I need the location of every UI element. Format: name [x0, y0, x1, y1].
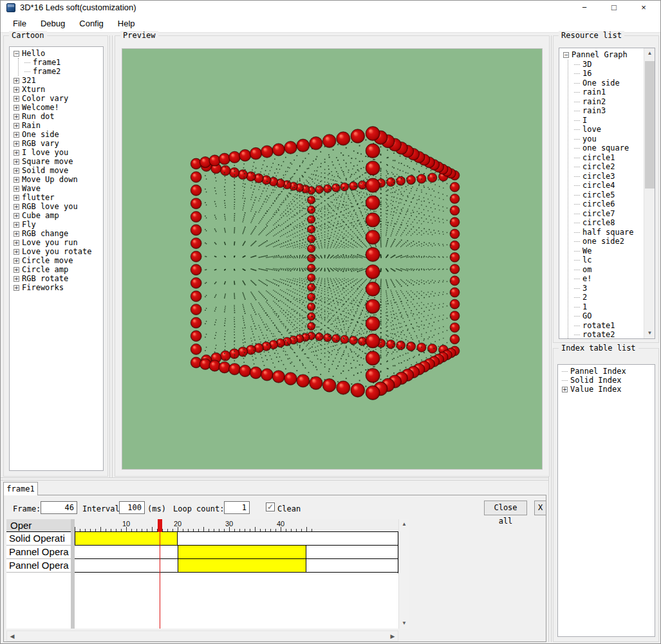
timeline-grid[interactable]: 10203040 [75, 519, 398, 629]
scroll-down-icon[interactable]: ▼ [644, 328, 655, 338]
tree-item[interactable]: frame1 [24, 58, 103, 67]
expand-icon[interactable]: + [14, 186, 19, 192]
tree-item[interactable]: +RGB love you [14, 202, 103, 211]
tree-item[interactable]: you [574, 134, 643, 144]
timeline-ruler[interactable]: 10203040 [75, 519, 398, 532]
scroll-left-icon[interactable]: ◀ [7, 631, 17, 641]
expand-icon[interactable]: + [14, 240, 19, 246]
tree-item[interactable]: +RGB change [14, 229, 103, 238]
tree-item[interactable]: I [574, 116, 643, 125]
playhead-marker[interactable] [158, 519, 162, 532]
tree-item[interactable]: +Run dot [14, 112, 103, 121]
expand-icon[interactable]: + [14, 222, 19, 228]
tree-item[interactable]: +Circle move [14, 256, 103, 265]
tree-item[interactable]: half square [574, 228, 643, 237]
tree-item[interactable]: Solid Index [562, 376, 655, 385]
tree-item[interactable]: circle8 [574, 218, 643, 228]
tree-item[interactable]: +RGB vary [14, 139, 103, 148]
timeline-row-label[interactable]: Pannel Opera [6, 559, 71, 573]
tree-item[interactable]: e! [574, 274, 643, 284]
tree-item[interactable]: rain3 [574, 106, 643, 116]
timeline-bar[interactable] [178, 546, 306, 558]
tree-item[interactable]: circle5 [574, 190, 643, 200]
maximize-button[interactable]: □ [599, 1, 629, 15]
timeline-vertical-scrollbar[interactable]: ▲ ▼ [398, 519, 409, 629]
expand-icon[interactable]: + [14, 285, 19, 291]
tree-item[interactable]: love [574, 125, 643, 134]
tree-item[interactable]: circle3 [574, 172, 643, 181]
tree-item[interactable]: circle6 [574, 199, 643, 209]
collapse-icon[interactable]: − [14, 51, 19, 57]
splitter-left[interactable] [109, 35, 113, 477]
expand-icon[interactable]: + [14, 249, 19, 255]
expand-icon[interactable]: + [14, 195, 19, 201]
tree-item[interactable]: +Xturn [14, 85, 103, 94]
scrollbar-thumb[interactable] [645, 61, 655, 189]
tree-item[interactable]: One side [574, 78, 643, 88]
tree-item[interactable]: +Fly [14, 220, 103, 229]
tree-item[interactable]: +Love you run [14, 238, 103, 247]
expand-icon[interactable]: + [14, 168, 19, 174]
tree-item[interactable]: +321 [14, 76, 103, 85]
expand-icon[interactable]: + [14, 114, 19, 120]
scroll-up-icon[interactable]: ▲ [399, 519, 409, 529]
tree-item[interactable]: +RGB rotate [14, 274, 103, 283]
tree-item[interactable]: 2 [574, 293, 643, 302]
frame-input[interactable] [41, 501, 77, 514]
tree-item[interactable]: +Color vary [14, 94, 103, 103]
tree-item[interactable]: frame2 [24, 67, 103, 76]
scroll-up-icon[interactable]: ▲ [644, 48, 655, 59]
expand-icon[interactable]: + [14, 276, 19, 282]
expand-icon[interactable]: + [14, 141, 19, 147]
timeline-row-label[interactable]: Pannel Opera [6, 546, 71, 559]
clean-checkbox[interactable]: ✓ [266, 502, 275, 511]
interval-input[interactable] [119, 501, 145, 514]
tree-item[interactable]: +Circle amp [14, 265, 103, 274]
tree-item[interactable]: rotate1 [574, 321, 643, 331]
expand-icon[interactable]: + [14, 96, 19, 102]
tree-item[interactable]: circle7 [574, 209, 643, 219]
timeline-bar[interactable] [178, 559, 306, 572]
splitter-bottom[interactable] [1, 477, 548, 481]
expand-icon[interactable]: + [14, 159, 19, 165]
scroll-down-icon[interactable]: ▼ [399, 618, 409, 629]
tree-item[interactable]: circle4 [574, 181, 643, 190]
tree-item[interactable]: circle2 [574, 162, 643, 172]
scroll-right-icon[interactable]: ▶ [387, 631, 398, 641]
tree-item[interactable]: +One side [14, 130, 103, 139]
menu-debug[interactable]: Debug [33, 15, 72, 32]
expand-icon[interactable]: + [562, 387, 568, 392]
tree-item[interactable]: 16 [574, 69, 643, 78]
minimize-button[interactable]: − [570, 1, 599, 15]
expand-icon[interactable]: + [14, 132, 19, 138]
tree-item[interactable]: rain2 [574, 97, 643, 107]
tree-item[interactable]: +Square move [14, 157, 103, 166]
tree-item[interactable]: one side2 [574, 237, 643, 246]
loop-count-input[interactable] [224, 501, 250, 514]
menu-config[interactable]: Config [72, 15, 111, 32]
timeline-track[interactable] [75, 546, 398, 559]
tab-frame1[interactable]: frame1 [3, 482, 38, 495]
expand-icon[interactable]: + [14, 231, 19, 237]
tree-item[interactable]: lc [574, 255, 643, 265]
timeline-horizontal-scrollbar[interactable]: ◀ ▶ [6, 630, 398, 641]
tree-item[interactable]: one square [574, 143, 643, 153]
tree-item[interactable]: +Love you rotate [14, 247, 103, 256]
tree-item[interactable]: +Move Up down [14, 175, 103, 184]
tree-item[interactable]: +I love you [14, 148, 103, 157]
tree-item[interactable]: 3 [574, 284, 643, 293]
expand-icon[interactable]: + [14, 258, 19, 264]
expand-icon[interactable]: + [14, 177, 19, 183]
collapse-icon[interactable]: − [563, 52, 569, 58]
timeline-track[interactable] [75, 559, 398, 573]
x-button[interactable]: X [534, 501, 546, 515]
timeline-bar[interactable] [75, 532, 178, 545]
expand-icon[interactable]: + [14, 150, 19, 156]
tree-item[interactable]: rain1 [574, 87, 643, 97]
tree-item[interactable]: circle1 [574, 153, 643, 163]
tree-item[interactable]: +Value Index [562, 385, 655, 394]
tree-item[interactable]: +Cube amp [14, 211, 103, 220]
tree-item[interactable]: om [574, 265, 643, 275]
menu-file[interactable]: File [6, 15, 33, 32]
timeline-row-label[interactable]: Solid Operati [6, 532, 71, 546]
